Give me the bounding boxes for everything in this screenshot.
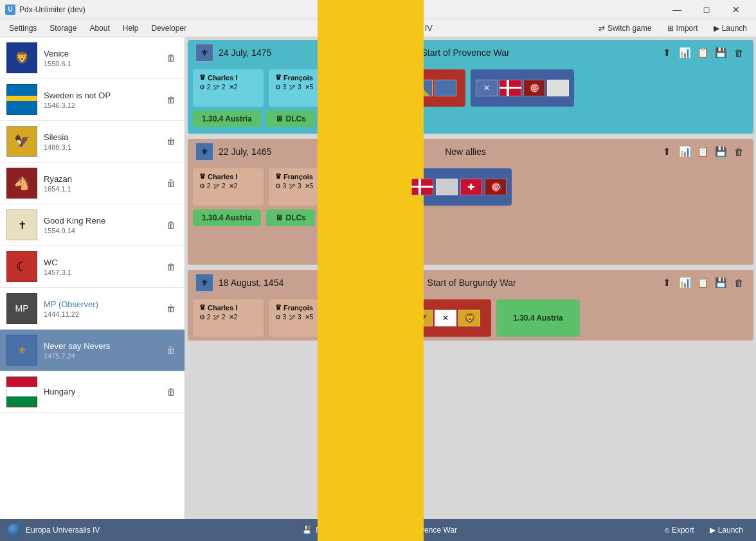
mini-flag-dk xyxy=(500,80,521,96)
mini-flag-plus-2: ✚ xyxy=(460,179,482,195)
bottom-bar-left: Europa Universalis IV xyxy=(8,524,100,537)
delete-wc[interactable]: 🗑 xyxy=(164,260,178,273)
save-body-2: ♛ Charles I ⚙ 2 🕊 2 ✕2 ♛ François xyxy=(188,164,753,209)
delete-venice[interactable]: 🗑 xyxy=(164,51,178,64)
delete-icon-2[interactable]: 🗑 xyxy=(732,146,746,157)
save-icon-3[interactable]: 💾 xyxy=(714,277,728,288)
mini-flag-white-2 xyxy=(436,179,458,195)
player-name-charles-2: Charles I xyxy=(208,173,237,181)
version-card-1[interactable]: 1.30.4 Austria xyxy=(193,111,261,127)
launch-button-bottom[interactable]: ▶ Launch xyxy=(705,523,748,537)
dlc-card-2[interactable]: 🖥 DLCs xyxy=(266,209,315,226)
player-card-charles-1: ♛ Charles I ⚙ 2 🕊 2 ✕2 xyxy=(193,69,264,107)
save-body-1: ♛ Charles I ⚙ 2 🕊 2 ✕2 ♛ François xyxy=(188,66,753,111)
mini-flag-target: 🎯 xyxy=(523,80,545,96)
save-date-3: 18 August, 1454 xyxy=(219,278,284,288)
menu-storage[interactable]: Storage xyxy=(43,21,83,35)
menu-developer[interactable]: Developer xyxy=(145,21,193,35)
app-title: Pdx-Unlimiter (dev) xyxy=(19,5,86,14)
save-date-1: 24 July, 1475 xyxy=(219,48,271,58)
stat-adm-1: ⚙ 2 xyxy=(199,84,210,91)
menu-help[interactable]: Help xyxy=(116,21,145,35)
item-name-hungary: Hungary xyxy=(44,387,164,396)
mini-flag-cross-3: ✕ xyxy=(435,310,456,326)
chart-icon-2[interactable]: 📊 xyxy=(678,146,692,157)
item-name-wc: WC xyxy=(44,258,164,267)
sidebar-item-good-king[interactable]: ✝ Good King Rene 1554.9.14 🗑 xyxy=(0,204,184,246)
upload-icon-3[interactable]: ⬆ xyxy=(660,277,674,288)
copy-icon-1[interactable]: 📋 xyxy=(696,47,710,58)
player-name-francois-3: François xyxy=(284,304,313,312)
delete-mp[interactable]: 🗑 xyxy=(164,302,178,315)
flag-good-king: ✝ xyxy=(6,209,37,240)
play-icon-bottom: ▶ xyxy=(710,526,716,535)
sidebar-item-hungary[interactable]: Hungary 🗑 xyxy=(0,371,184,413)
main-layout: 🦁 Venice 1550.6.1 🗑 Sweden is not OP 154… xyxy=(0,37,756,519)
launch-button-menu[interactable]: ▶ Launch xyxy=(707,22,753,35)
stat-mil-1: ✕2 xyxy=(229,84,238,91)
version-card-2[interactable]: 1.30.4 Austria xyxy=(193,209,261,226)
save-flag-1: ⚜ xyxy=(195,44,213,62)
window-controls: — □ ✕ xyxy=(662,0,751,19)
sidebar-item-venice[interactable]: 🦁 Venice 1550.6.1 🗑 xyxy=(0,37,184,79)
maximize-button[interactable]: □ xyxy=(692,0,721,19)
delete-sweden[interactable]: 🗑 xyxy=(164,93,178,106)
save-entry-2: ⚜ 22 July, 1465 New allies ⬆ 📊 📋 💾 🗑 ♛ C… xyxy=(188,139,753,265)
sidebar-item-wc[interactable]: ☾ WC 1457.3.1 🗑 xyxy=(0,246,184,288)
item-date-ryazan: 1654.1.1 xyxy=(44,185,164,193)
sidebar-item-sweden[interactable]: Sweden is not OP 1546.3.12 🗑 xyxy=(0,79,184,121)
item-date-mp: 1444.11.22 xyxy=(44,310,164,318)
item-name-good-king: Good King Rene xyxy=(44,216,164,226)
player-name-charles-1: Charles I xyxy=(208,74,237,82)
mini-flag-white xyxy=(547,80,569,96)
version-card-3-inline[interactable]: 1.30.4 Austria xyxy=(496,299,580,337)
save-icon-bottom: 💾 xyxy=(302,526,312,535)
delete-silesia[interactable]: 🗑 xyxy=(164,135,178,148)
import-icon: ⊞ xyxy=(667,24,674,33)
sidebar-item-silesia[interactable]: 🦅 Silesia 1488.3.1 🗑 xyxy=(0,121,184,163)
chart-icon-1[interactable]: 📊 xyxy=(678,47,692,58)
save-actions-2: ⬆ 📊 📋 💾 🗑 xyxy=(660,146,746,157)
item-name-sweden: Sweden is not OP xyxy=(44,91,164,100)
close-button[interactable]: ✕ xyxy=(721,0,751,19)
export-button[interactable]: ⎋ Export xyxy=(660,523,699,537)
chart-icon-3[interactable]: 📊 xyxy=(678,277,692,288)
save-icon-1[interactable]: 💾 xyxy=(714,47,728,58)
delete-hungary[interactable]: 🗑 xyxy=(164,386,178,398)
delete-icon-3[interactable]: 🗑 xyxy=(732,278,746,288)
flag-hungary xyxy=(6,377,37,407)
sidebar-item-nevers[interactable]: ⚜ Never say Nevers 1475.7.24 🗑 xyxy=(0,330,184,371)
delete-good-king[interactable]: 🗑 xyxy=(164,218,178,231)
menu-about[interactable]: About xyxy=(83,21,116,35)
mini-flag-x-1: ✕ xyxy=(476,80,498,96)
player-name-francois-1: François xyxy=(284,74,313,82)
copy-icon-2[interactable]: 📋 xyxy=(696,146,710,157)
menu-settings[interactable]: Settings xyxy=(3,21,43,35)
upload-icon-1[interactable]: ⬆ xyxy=(660,47,674,58)
delete-icon-1[interactable]: 🗑 xyxy=(732,48,746,58)
item-date-nevers: 1475.7.24 xyxy=(44,352,164,360)
player-card-charles-2: ♛ Charles I ⚙ 2 🕊 2 ✕2 xyxy=(193,168,264,206)
stat-dip-f1: 🕊 3 xyxy=(289,84,301,91)
crown-icon-francois-1: ♛ xyxy=(275,73,282,82)
sidebar-item-mp[interactable]: MP MP (Observer) 1444.11.22 🗑 xyxy=(0,288,184,330)
save-icon-2[interactable]: 💾 xyxy=(714,146,728,157)
delete-ryazan[interactable]: 🗑 xyxy=(164,177,178,190)
stat-dip-1: 🕊 2 xyxy=(213,84,225,91)
item-date-silesia: 1488.3.1 xyxy=(44,143,164,151)
import-button[interactable]: ⊞ Import xyxy=(661,22,705,35)
copy-icon-3[interactable]: 📋 xyxy=(696,277,710,288)
crown-icon-charles-3: ♛ xyxy=(199,303,206,312)
stat-mil-f1: ✕5 xyxy=(305,84,314,91)
save-footer-2: 1.30.4 Austria 🖥 DLCs xyxy=(188,209,753,233)
dlc-card-1[interactable]: 🖥 DLCs xyxy=(266,111,315,127)
player-card-charles-3: ♛ Charles I ⚙ 2 🕊 2 ✕2 xyxy=(193,299,264,337)
save-entry-1: ⚜ 24 July, 1475 Start of Provence War ⬆ … xyxy=(188,40,753,134)
switch-game-button[interactable]: ⇄ Switch game xyxy=(592,22,658,35)
sidebar-item-ryazan[interactable]: 🐴 Ryazan 1654.1.1 🗑 xyxy=(0,163,184,204)
minimize-button[interactable]: — xyxy=(662,0,692,19)
delete-nevers[interactable]: 🗑 xyxy=(164,344,178,357)
flag-silesia: 🦅 xyxy=(6,126,37,157)
upload-icon-2[interactable]: ⬆ xyxy=(660,146,674,157)
content-area: ⚜ 24 July, 1475 Start of Provence War ⬆ … xyxy=(185,37,756,519)
